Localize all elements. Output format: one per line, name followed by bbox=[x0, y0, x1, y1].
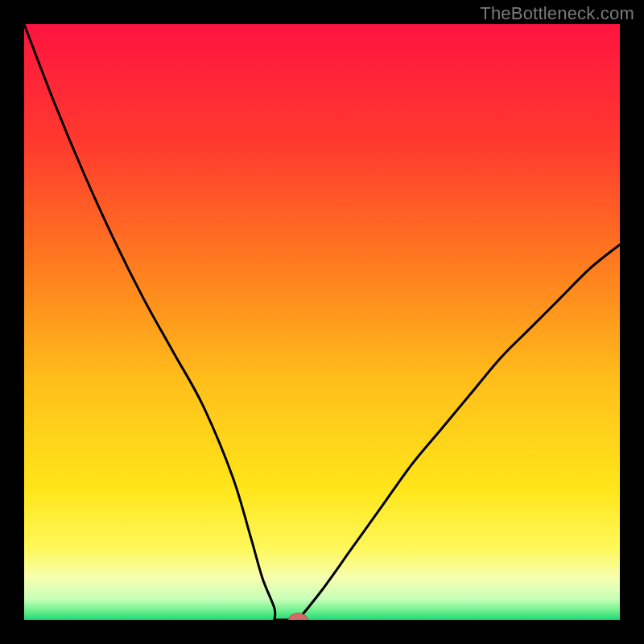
attribution-text: TheBottleneck.com bbox=[480, 3, 634, 24]
plot-background bbox=[24, 24, 620, 620]
chart-frame: TheBottleneck.com bbox=[0, 0, 644, 644]
bottleneck-chart bbox=[24, 24, 620, 620]
